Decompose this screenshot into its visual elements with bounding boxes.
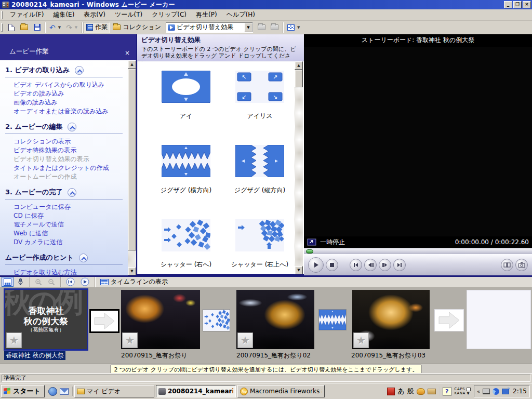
taskbar-button-movie-maker[interactable]: 20080214_kameari -... [156, 385, 236, 397]
collapse-chevron-icon[interactable] [79, 254, 88, 262]
tasks-button[interactable]: 作業 [84, 22, 110, 33]
scroll-down-icon[interactable]: ▼ [295, 266, 303, 274]
movie-tasks-close-icon[interactable]: × [125, 50, 136, 60]
menu-help[interactable]: ヘルプ(H) [222, 9, 260, 20]
scrollbar-thumb[interactable] [128, 69, 136, 250]
transitions-scrollbar[interactable]: ▲ ▼ [295, 61, 303, 274]
step-forward-button[interactable] [379, 259, 391, 271]
task-link[interactable]: 電子メールで送信 [14, 220, 126, 229]
storyboard-clip-title[interactable]: 秋の例 香取神社 秋の例大祭 （葛飾区亀有） ★ [5, 290, 87, 349]
star-effect-badge[interactable]: ★ [237, 332, 253, 348]
star-effect-badge[interactable]: ★ [6, 332, 22, 348]
scroll-down-icon[interactable]: ▼ [128, 267, 136, 275]
star-effect-badge[interactable]: ★ [353, 332, 369, 348]
undock-monitor-icon[interactable] [307, 238, 316, 246]
close-button[interactable]: × [523, 1, 531, 8]
clip-label[interactable]: 香取神社 秋の例大祭 [4, 351, 65, 360]
split-clip-button[interactable] [501, 259, 513, 271]
clip-label[interactable]: 20070915_亀有お祭り03 [351, 351, 425, 360]
empty-clip-slot[interactable] [467, 290, 531, 349]
save-project-button[interactable] [31, 22, 43, 33]
update-tray-icon[interactable] [493, 388, 499, 395]
caps-kana-indicator[interactable]: CAPS KANA▼ [455, 387, 471, 395]
narrate-timeline-button[interactable] [15, 277, 26, 287]
task-link[interactable]: コレクションの表示 [14, 137, 126, 146]
step-back-button[interactable] [364, 259, 377, 271]
play-button[interactable] [308, 257, 324, 273]
transition-slot-shatter[interactable] [203, 309, 230, 331]
stop-button[interactable] [326, 259, 338, 271]
scroll-up-icon[interactable]: ▲ [295, 61, 303, 70]
task-link[interactable]: タイトルまたはクレジットの作成 [14, 164, 126, 172]
menu-view[interactable]: 表示(V) [79, 9, 110, 20]
task-link[interactable]: CD に保存 [14, 211, 126, 220]
transition-item-iris[interactable]: アイリス [223, 61, 296, 136]
menu-tools[interactable]: ツール(T) [110, 9, 147, 20]
redo-button[interactable]: ↷▼ [63, 22, 80, 33]
play-storyboard-button[interactable] [78, 277, 91, 287]
start-button[interactable]: スタート [1, 385, 45, 397]
menu-clip[interactable]: クリップ(C) [147, 9, 191, 20]
transition-item-zigzag-horizontal[interactable]: ジグザグ (横方向) [149, 136, 223, 210]
collection-combobox[interactable]: ビデオ切り替え効果 ▼ [166, 22, 253, 33]
ime-tools-icon[interactable] [428, 389, 436, 394]
new-project-button[interactable] [5, 22, 18, 33]
scroll-up-icon[interactable]: ▲ [128, 60, 136, 69]
zoom-out-button[interactable] [46, 277, 57, 287]
transition-slot-zigzag[interactable] [318, 309, 347, 330]
network-tray-icon[interactable] [502, 389, 509, 394]
ime-general-indicator[interactable]: 般 [407, 387, 414, 396]
task-link[interactable]: 画像の読み込み [14, 98, 126, 107]
show-timeline-button[interactable]: タイムラインの表示 [98, 277, 170, 287]
minimize-button[interactable]: _ [504, 1, 512, 8]
task-link[interactable]: オーディオまたは音楽の読み込み [14, 107, 126, 116]
task-link[interactable]: Web に送信 [14, 229, 126, 238]
clip-label[interactable]: 20070915_亀有お祭り [121, 351, 188, 360]
task-link[interactable]: ビデオの読み込み [14, 89, 126, 98]
taskbar-button-fireworks[interactable]: fw Macromedia Fireworks 8... [237, 385, 325, 397]
menu-edit[interactable]: 編集(E) [48, 9, 79, 20]
task-link[interactable]: ビデオを取り込む方法 [14, 268, 126, 275]
combobox-dropdown-icon[interactable]: ▼ [244, 23, 252, 32]
transition-item-zigzag-vertical[interactable]: ジグザグ (縦方向) [223, 136, 296, 210]
transition-item-eye[interactable]: アイ [149, 61, 223, 136]
clock[interactable]: 2:15 [512, 388, 527, 395]
menu-file[interactable]: ファイル(F) [5, 9, 48, 20]
clip-label[interactable]: 20070915_亀有お祭り02 [236, 351, 311, 360]
task-link[interactable]: DV カメラに送信 [14, 238, 126, 247]
internet-explorer-icon[interactable] [48, 387, 57, 396]
next-clip-button[interactable] [393, 259, 406, 271]
ime-tray-icon[interactable] [387, 388, 395, 395]
storyboard-clip-photo3[interactable]: ★ [352, 290, 430, 349]
transition-slot-empty-next[interactable] [434, 309, 464, 331]
task-link[interactable]: コンピュータに保存 [14, 203, 126, 211]
transition-slot-empty[interactable] [89, 309, 119, 333]
ime-hiragana-indicator[interactable]: あ [397, 387, 404, 396]
collapse-tray-icon[interactable]: « [477, 389, 480, 394]
views-button[interactable]: ▼ [285, 22, 302, 33]
task-link[interactable]: ビデオ デバイスからの取り込み [14, 81, 126, 89]
up-one-level-button[interactable] [255, 22, 268, 33]
outlook-express-icon[interactable] [60, 388, 69, 395]
scrollbar-thumb[interactable] [295, 70, 303, 87]
menu-play[interactable]: 再生(P) [191, 9, 222, 20]
seek-bar[interactable] [304, 248, 532, 254]
task-link[interactable]: ビデオ特殊効果の表示 [14, 146, 126, 155]
ime-pad-icon[interactable] [417, 388, 425, 395]
restore-button[interactable]: ❐ [513, 1, 522, 8]
undo-button[interactable]: ↶▼ [47, 22, 63, 33]
take-picture-button[interactable] [515, 259, 528, 271]
collapse-chevron-icon[interactable] [75, 66, 84, 75]
ime-help-button[interactable]: ? [443, 387, 451, 396]
display-settings-tray-icon[interactable] [483, 389, 490, 394]
collections-button[interactable]: コレクション [110, 22, 164, 33]
collapse-chevron-icon[interactable] [68, 188, 76, 197]
collapse-chevron-icon[interactable] [68, 123, 76, 131]
seek-thumb[interactable] [306, 249, 313, 254]
transition-item-shatter-right[interactable]: シャッター (右へ) [149, 210, 223, 274]
zoom-in-button[interactable] [33, 277, 44, 287]
transition-item-shatter-upright[interactable]: シャッター (右上へ) [223, 210, 296, 274]
taskbar-button-my-videos[interactable]: マイ ビデオ [74, 385, 154, 397]
storyboard-clip-photo2[interactable]: ★ [236, 290, 314, 349]
storyboard-clip-photo1[interactable]: ★ [121, 290, 200, 349]
